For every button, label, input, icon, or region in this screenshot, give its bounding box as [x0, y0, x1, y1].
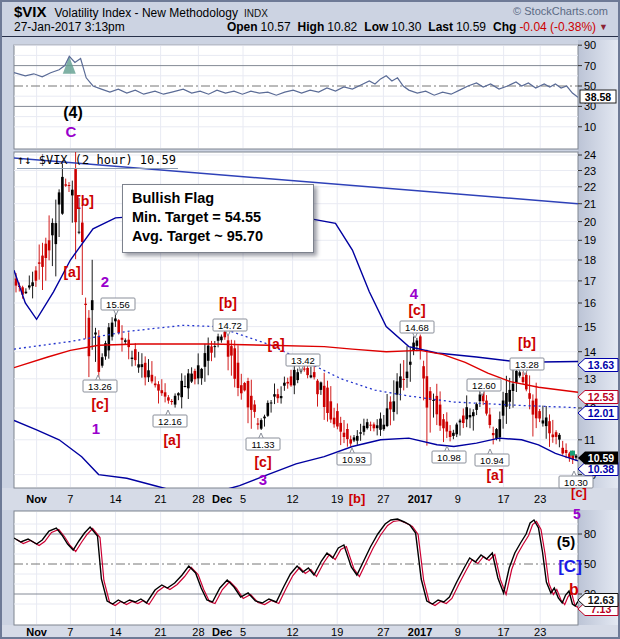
svg-text:13.26: 13.26	[88, 381, 112, 392]
svg-text:13.63: 13.63	[588, 359, 614, 371]
svg-text:Nov: Nov	[26, 493, 48, 505]
symbol: $VIX	[14, 3, 47, 20]
svg-text:21: 21	[584, 198, 596, 210]
svg-text:17: 17	[497, 626, 509, 638]
svg-text:[c]: [c]	[571, 485, 587, 500]
svg-text:[a]: [a]	[63, 264, 80, 280]
svg-text:2017: 2017	[408, 493, 432, 505]
svg-text:1: 1	[92, 420, 100, 437]
svg-text:90: 90	[584, 39, 596, 51]
svg-text:23: 23	[534, 493, 546, 505]
svg-text:19: 19	[331, 626, 343, 638]
svg-text:9: 9	[455, 493, 461, 505]
svg-text:13: 13	[584, 373, 596, 385]
svg-text:12: 12	[286, 626, 298, 638]
svg-text:27: 27	[377, 493, 389, 505]
svg-text:12.01: 12.01	[588, 407, 614, 419]
chart-canvas: 9070503010242322212019181716151413121110…	[0, 0, 620, 639]
svg-text:14: 14	[584, 346, 596, 358]
svg-text:24: 24	[584, 149, 596, 161]
svg-text:[a]: [a]	[267, 336, 284, 352]
svg-text:Nov: Nov	[26, 626, 48, 638]
svg-text:11.33: 11.33	[251, 439, 274, 450]
last-label: Last	[428, 20, 453, 34]
svg-text:21: 21	[154, 626, 166, 638]
annotation-line-2: Min. Target = 54.55	[132, 208, 304, 227]
svg-text:b: b	[569, 581, 579, 598]
annotation-box: Bullish Flag Min. Target = 54.55 Avg. Ta…	[122, 184, 314, 253]
arrows-icon: ↑↓	[17, 153, 31, 167]
svg-text:12.53: 12.53	[588, 391, 614, 403]
svg-text:12: 12	[286, 493, 298, 505]
svg-text:19: 19	[331, 493, 343, 505]
svg-text:2: 2	[101, 273, 109, 290]
svg-text:(4): (4)	[63, 104, 83, 121]
quote-row: 27-Jan-2017 3:13pm Open10.57High10.82Low…	[14, 20, 614, 34]
svg-text:50: 50	[584, 558, 596, 570]
title-row: $VIXVolatility Index - New MethodologyIN…	[14, 3, 612, 21]
svg-text:80: 80	[584, 528, 596, 540]
svg-text:10.59: 10.59	[588, 452, 614, 464]
svg-text:[b]: [b]	[518, 335, 536, 351]
svg-text:20: 20	[584, 216, 596, 228]
svg-text:[c]: [c]	[254, 454, 271, 470]
svg-text:4: 4	[410, 285, 419, 302]
svg-text:[b]: [b]	[219, 295, 237, 311]
svg-text:10.38: 10.38	[588, 463, 614, 475]
svg-text:12.16: 12.16	[158, 416, 182, 427]
svg-text:[b]: [b]	[349, 491, 366, 506]
high-value: 10.82	[327, 20, 357, 34]
svg-text:10.98: 10.98	[437, 452, 461, 463]
main-chart-label: ↑↓ $VIX (2 hour) 10.59	[17, 153, 178, 169]
svg-text:23: 23	[534, 626, 546, 638]
svg-text:10.93: 10.93	[342, 454, 366, 465]
svg-text:13.28: 13.28	[515, 359, 539, 370]
svg-text:19: 19	[584, 234, 596, 246]
svg-text:14.68: 14.68	[405, 322, 429, 333]
date-axis-strip	[2, 488, 618, 510]
svg-text:Dec: Dec	[212, 493, 232, 505]
svg-text:3: 3	[259, 471, 267, 488]
svg-text:[a]: [a]	[163, 432, 180, 448]
svg-text:14.72: 14.72	[218, 320, 242, 331]
open-label: Open	[227, 20, 258, 34]
svg-text:15.56: 15.56	[106, 299, 130, 310]
copyright: © StockCharts.com	[513, 5, 608, 17]
svg-text:7: 7	[67, 626, 73, 638]
low-label: Low	[364, 20, 388, 34]
svg-text:14: 14	[109, 626, 121, 638]
svg-text:21: 21	[154, 493, 166, 505]
svg-text:[b]: [b]	[76, 193, 94, 209]
svg-text:10.94: 10.94	[480, 455, 504, 466]
chg-label: Chg	[493, 20, 516, 34]
svg-text:13.42: 13.42	[291, 355, 315, 366]
svg-text:7: 7	[67, 493, 73, 505]
stockcharts-chart: $VIXVolatility Index - New MethodologyIN…	[0, 0, 620, 639]
main-chart-label-text: $VIX (2 hour) 10.59	[39, 153, 176, 167]
date-axis-strip-2	[2, 625, 618, 637]
svg-text:12.60: 12.60	[472, 380, 496, 391]
low-value: 10.30	[391, 20, 421, 34]
svg-text:Dec: Dec	[212, 626, 232, 638]
svg-text:22: 22	[584, 181, 596, 193]
svg-text:5: 5	[240, 626, 246, 638]
svg-text:23: 23	[584, 165, 596, 177]
exchange: INDX	[244, 8, 268, 19]
svg-text:[c]: [c]	[91, 396, 108, 412]
svg-text:17: 17	[497, 493, 509, 505]
overview-panel	[14, 45, 578, 149]
chart-header: $VIXVolatility Index - New MethodologyIN…	[0, 0, 620, 36]
svg-text:11: 11	[584, 434, 595, 446]
svg-text:17: 17	[584, 275, 596, 287]
svg-text:[a]: [a]	[486, 467, 503, 483]
svg-text:16: 16	[584, 297, 596, 309]
ohlc-quote: Open10.57High10.82Low10.30Last10.59Chg-0…	[220, 20, 608, 34]
svg-text:2017: 2017	[408, 626, 432, 638]
svg-text:28: 28	[192, 626, 204, 638]
open-value: 10.57	[261, 20, 291, 34]
datetime: 27-Jan-2017 3:13pm	[14, 20, 125, 34]
symbol-name: Volatility Index - New Methodology	[55, 6, 238, 20]
svg-text:14: 14	[109, 493, 121, 505]
svg-text:27: 27	[377, 626, 389, 638]
svg-text:9: 9	[455, 626, 461, 638]
